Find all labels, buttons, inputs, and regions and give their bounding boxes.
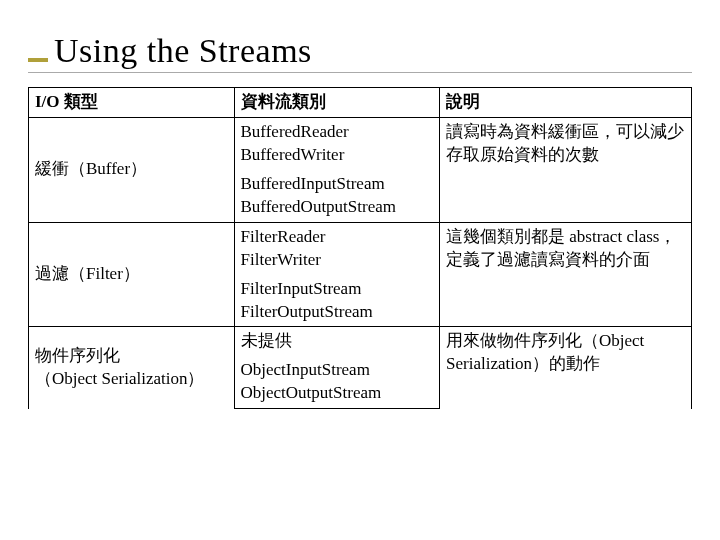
header-io-type: I/O 類型 <box>29 88 235 118</box>
table-header-row: I/O 類型 資料流類別 說明 <box>29 88 692 118</box>
stream-class-serial-byte: ObjectInputStream ObjectOutputStream <box>234 356 440 408</box>
table-row: 過濾（Filter） FilterReader FilterWriter 這幾個… <box>29 222 692 274</box>
header-stream-class: 資料流類別 <box>234 88 440 118</box>
title-bar: Using the Streams <box>28 32 692 73</box>
stream-class-buffer-byte: BufferedInputStream BufferedOutputStream <box>234 170 440 222</box>
desc-filter: 這幾個類別都是 abstract class，定義了過濾讀寫資料的介面 <box>440 222 692 327</box>
table-row: 物件序列化 （Object Serialization） 未提供 用來做物件序列… <box>29 327 692 356</box>
slide-title: Using the Streams <box>54 32 312 70</box>
stream-class-filter-char: FilterReader FilterWriter <box>234 222 440 274</box>
desc-serialization: 用來做物件序列化（Object Serialization）的動作 <box>440 327 692 409</box>
io-type-buffer: 緩衝（Buffer） <box>29 117 235 222</box>
streams-table: I/O 類型 資料流類別 說明 緩衝（Buffer） BufferedReade… <box>28 87 692 409</box>
desc-buffer: 讀寫時為資料緩衝區，可以減少存取原始資料的次數 <box>440 117 692 222</box>
accent-bar <box>28 58 48 62</box>
io-type-serialization: 物件序列化 （Object Serialization） <box>29 327 235 409</box>
stream-class-serial-char: 未提供 <box>234 327 440 356</box>
stream-class-buffer-char: BufferedReader BufferedWriter <box>234 117 440 169</box>
header-description: 說明 <box>440 88 692 118</box>
stream-class-filter-byte: FilterInputStream FilterOutputStream <box>234 275 440 327</box>
table-row: 緩衝（Buffer） BufferedReader BufferedWriter… <box>29 117 692 169</box>
io-type-filter: 過濾（Filter） <box>29 222 235 327</box>
